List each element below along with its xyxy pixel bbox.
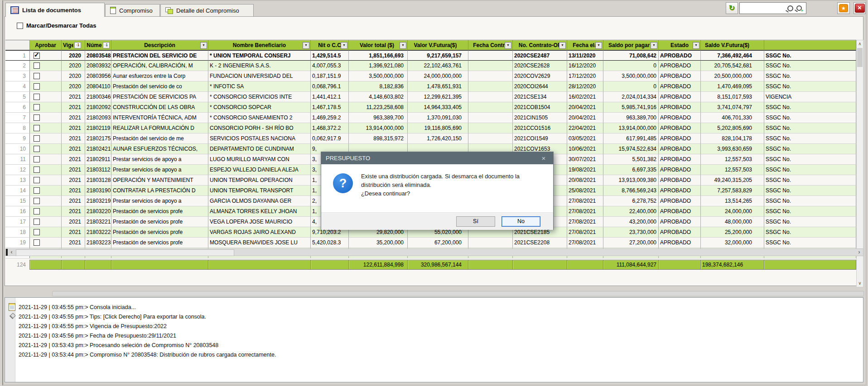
- table-row[interactable]: 5202121800346PRESTACIÓN DE SERVICIOS PA*…: [5, 92, 856, 102]
- filter-dropdown-icon[interactable]: ▼: [651, 42, 657, 49]
- cell-fecha_ela: 19/08/2021: [567, 165, 603, 175]
- copy-icon: [165, 7, 173, 14]
- console-line: 2021-11-29 | 03:45:55 pm:> Consola inici…: [5, 302, 863, 312]
- filter-dropdown-icon[interactable]: ▼: [595, 42, 602, 49]
- row-checkbox[interactable]: [34, 156, 40, 162]
- console-line-icon-slot: [5, 313, 19, 320]
- row-checkbox[interactable]: [34, 177, 40, 183]
- table-row[interactable]: 6202121802092CONSTRUCCIÓN DE LAS OBRA* C…: [5, 102, 856, 113]
- dialog-close-icon[interactable]: ×: [539, 154, 549, 162]
- row-checkbox[interactable]: [34, 146, 40, 152]
- yes-button[interactable]: Sí: [456, 216, 495, 227]
- vertical-scroll-thumb[interactable]: [857, 48, 863, 67]
- cell-numero: 21803190: [85, 186, 111, 196]
- col-header-nit[interactable]: Nit o C.C▼: [311, 40, 349, 50]
- cell-extra: SSGC No.: [764, 217, 856, 227]
- scroll-down-icon[interactable]: ∨: [857, 280, 863, 287]
- filter-dropdown-icon[interactable]: ▼: [341, 42, 347, 49]
- cell-saldo_vf: 3,741,074,797: [701, 102, 764, 113]
- cell-vigencia: 2021: [62, 227, 85, 238]
- cell-contrato: 2021CSE2208: [513, 238, 567, 248]
- no-button[interactable]: No: [502, 216, 540, 227]
- favorites-button[interactable]: ★: [837, 2, 850, 14]
- row-checkbox[interactable]: [34, 104, 40, 110]
- col-header-fecha_contra[interactable]: Fecha Contra▼: [468, 40, 513, 50]
- tab-detalle-del-compromiso[interactable]: Detalle del Compromiso: [160, 4, 254, 16]
- search-icon[interactable]: [787, 5, 793, 11]
- cell-descripcion: PRESTACIÓN DE SERVICIOS PA: [111, 92, 208, 102]
- summary-cell-vigencia: [62, 260, 85, 270]
- horizontal-scroll-thumb[interactable]: [16, 249, 234, 256]
- cell-aprobar: [30, 133, 62, 144]
- col-header-valor_total[interactable]: Valor total ($)▼: [349, 40, 408, 50]
- col-header-saldo_vf[interactable]: Saldo V.Futura($): [701, 40, 764, 50]
- col-header-contrato[interactable]: No. Contrato-OF▼: [513, 40, 567, 50]
- cell-saldo_vf: 25,200,000: [701, 227, 764, 238]
- col-header-aprobar[interactable]: Aprobar: [30, 40, 62, 50]
- table-row[interactable]: 3202020803956Aunar esfuerzos entre la Co…: [5, 71, 856, 81]
- row-checkbox[interactable]: [34, 83, 40, 90]
- filter-dropdown-icon[interactable]: ▼: [303, 42, 309, 49]
- search-box[interactable]: »: [739, 2, 806, 14]
- tab-compromiso[interactable]: Compromiso: [105, 4, 160, 16]
- col-header-valor_vfutura[interactable]: Valor V.Futura($): [408, 40, 468, 50]
- filter-dropdown-icon[interactable]: ▼: [693, 42, 699, 49]
- row-checkbox[interactable]: [34, 187, 40, 194]
- col-header-vigencia[interactable]: Vigenc·1: [62, 40, 85, 50]
- close-button[interactable]: ×: [854, 2, 866, 14]
- table-row[interactable]: 4202020804110Prestación del servicio de …: [5, 81, 856, 92]
- filter-dropdown-icon[interactable]: ▼: [559, 42, 566, 49]
- cell-saldo: 2,024,014,334: [603, 92, 659, 102]
- col-header-numero[interactable]: Núme·1: [85, 40, 111, 50]
- col-header-saldo[interactable]: Saldo por pagar |▼: [603, 40, 659, 50]
- cell-descripcion: AUNAR ESFUERZOS TÉCNICOS,: [111, 144, 208, 154]
- row-checkbox[interactable]: [34, 125, 40, 131]
- table-row[interactable]: 8202121802119REALIZAR LA FORMULACIÓN DCO…: [5, 123, 856, 133]
- filter-dropdown-icon[interactable]: ▼: [505, 42, 511, 49]
- console-panel[interactable]: 2021-11-29 | 03:45:55 pm:> Consola inici…: [5, 297, 863, 382]
- row-checkbox[interactable]: [34, 135, 40, 142]
- scroll-up-icon[interactable]: ∧: [857, 40, 863, 48]
- table-row[interactable]: 9202121802175Prestación del servicio de …: [5, 133, 856, 144]
- col-header-descripcion[interactable]: Descripción▼: [111, 40, 208, 50]
- col-header-estado[interactable]: Estado▼: [659, 40, 701, 50]
- row-checkbox[interactable]: [34, 114, 40, 121]
- row-checkbox[interactable]: [34, 73, 40, 79]
- row-checkbox[interactable]: ✓: [34, 52, 40, 59]
- scroll-left-icon[interactable]: ‹: [8, 249, 15, 256]
- table-row[interactable]: 7202121802093INTERVENTORÍA TÉCNICA, ADM*…: [5, 113, 856, 123]
- search-input[interactable]: [740, 5, 787, 12]
- console-line: 2021-11-29 | 03:45:56 pm:> Fecha de Pres…: [5, 331, 863, 340]
- col-header-beneficiario[interactable]: Nombre Beneficiario▼: [208, 40, 311, 50]
- grid-header-row: AprobarVigenc·1Núme·1Descripción▼Nombre …: [5, 40, 856, 50]
- cell-fecha_ela: 28/12/2020: [567, 81, 603, 92]
- row-checkbox[interactable]: [34, 94, 40, 100]
- refresh-button[interactable]: ↻: [726, 2, 738, 14]
- tab-lista-de-documentos[interactable]: Lista de documentos: [5, 3, 105, 17]
- table-row[interactable]: 1✓202020803548PRESTACION DEL SERVICIO DE…: [5, 50, 856, 61]
- row-checkbox[interactable]: [34, 167, 40, 173]
- select-all-checkbox[interactable]: [17, 23, 23, 29]
- table-row[interactable]: 19202121803223Prestación de servicios pr…: [5, 238, 856, 248]
- row-checkbox[interactable]: [34, 229, 40, 235]
- dialog-titlebar[interactable]: PRESUPUESTO ×: [321, 152, 553, 164]
- filter-dropdown-icon[interactable]: ▼: [200, 42, 207, 49]
- row-checkbox[interactable]: [34, 198, 40, 204]
- cell-nit: 1,429,514.5: [311, 50, 349, 61]
- row-checkbox[interactable]: [34, 239, 40, 246]
- col-header-extra[interactable]: [764, 40, 856, 50]
- row-checkbox[interactable]: [34, 219, 40, 225]
- scroll-right-icon[interactable]: ›: [856, 249, 863, 256]
- col-header-label: Valor total ($): [360, 42, 394, 48]
- row-checkbox[interactable]: [34, 208, 40, 214]
- cell-vigencia: 2021: [62, 165, 85, 175]
- col-header-fecha_ela[interactable]: Fecha ela▼: [567, 40, 603, 50]
- filter-dropdown-icon[interactable]: ▼: [400, 42, 406, 49]
- horizontal-scrollbar[interactable]: ‹ ›: [5, 248, 863, 256]
- cell-descripcion: Prestar servicios de apoyo a: [111, 196, 208, 206]
- splitter-bar[interactable]: [52, 291, 864, 296]
- cell-extra: VIGENCIA: [764, 92, 856, 102]
- cell-fecha_ela: 27/08/2021: [567, 238, 603, 248]
- table-row[interactable]: 2202020803932OPERACIÓN, CALIBRACIÓN, MK …: [5, 61, 856, 71]
- row-checkbox[interactable]: [34, 62, 40, 69]
